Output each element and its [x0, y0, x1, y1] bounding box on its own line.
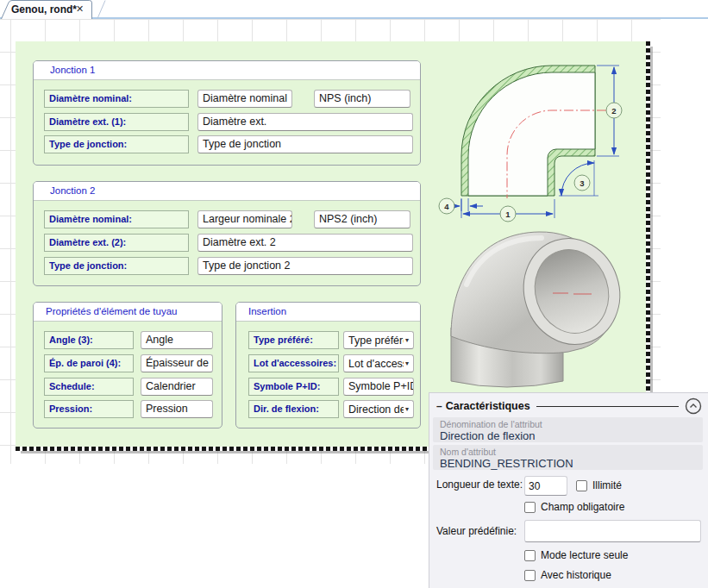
attribute-name-label: Nom d'attribut — [440, 447, 696, 457]
mode-lecture-seule-checkbox[interactable] — [524, 550, 536, 561]
champ-obligatoire-checkbox[interactable] — [524, 502, 536, 513]
dropdown-value: Lot d'accessoires — [348, 358, 404, 370]
dialog-form-canvas: Jonction 1 Diamètre nominal: Diamètre no… — [16, 41, 647, 447]
input-field[interactable]: Type de jonction — [197, 135, 413, 153]
predefined-value-input[interactable] — [524, 520, 701, 542]
field-label: Type préféré: — [248, 331, 339, 349]
chevron-up-icon — [685, 397, 702, 415]
dropdown-value: Direction de flexion — [348, 403, 404, 416]
input-field[interactable]: Largeur nominale 2 — [197, 210, 292, 228]
groupbox-jonction2: Jonction 2 Diamètre nominal: Largeur nom… — [33, 181, 421, 286]
callout-3: 3 — [580, 178, 584, 188]
field-label: Lot d'accessoires: — [248, 354, 339, 372]
callout-2: 2 — [611, 106, 616, 116]
field-label: Ép. de paroi (4): — [44, 354, 134, 372]
avec-historique-checkbox[interactable] — [524, 570, 536, 581]
illimite-checkbox[interactable] — [576, 480, 587, 491]
field-label: Schedule: — [44, 378, 134, 396]
attribute-denomination-label: Dénomination de l'attribut — [440, 419, 696, 429]
attribute-name-row: Nom d'attribut BENDING_RESTRICTION — [433, 445, 703, 470]
field-label: Diamètre nominal: — [44, 210, 189, 228]
field-label: Dir. de flexion: — [248, 400, 339, 418]
groupbox-title: Jonction 2 — [34, 182, 420, 201]
attribute-denomination-row: Dénomination de l'attribut Direction de … — [433, 417, 703, 442]
illimite-label: Illimité — [592, 479, 622, 491]
elbow-3d-render — [442, 224, 628, 388]
groupbox-insertion: Insertion Type préféré: Type préféré ▾ L… — [235, 302, 421, 428]
field-label: Angle (3): — [44, 331, 134, 349]
field-label: Symbole P+ID: — [248, 378, 339, 396]
field-label: Type de jonction: — [44, 135, 189, 153]
input-field[interactable]: Diamètre ext. — [197, 113, 413, 131]
form-shadow-right — [650, 47, 653, 451]
tab-title[interactable]: Genou, rond* — [11, 3, 77, 16]
input-field[interactable]: Symbole P+ID — [343, 378, 414, 396]
input-field[interactable]: Diamètre nominal — [197, 90, 292, 108]
panel-header-dash: – — [436, 400, 442, 412]
elbow-section-drawing: 1 2 3 4 — [435, 50, 642, 227]
chevron-down-icon[interactable]: ▾ — [404, 336, 409, 344]
field-label: Diamètre nominal: — [44, 90, 189, 108]
field-label: Diamètre ext. (1): — [44, 113, 189, 131]
tab-bar: Genou, rond* ✕ — [0, 0, 708, 19]
text-length-input[interactable] — [524, 476, 567, 496]
panel-header-rule — [536, 406, 679, 407]
callout-1: 1 — [505, 210, 511, 219]
input-field[interactable]: Épaisseur de paroi — [141, 354, 213, 372]
groupbox-title: Jonction 1 — [34, 61, 420, 80]
panel-header: – Caractéristiques — [436, 397, 702, 415]
input-field[interactable]: Calendrier — [141, 378, 213, 396]
field-label: Type de jonction: — [44, 257, 189, 275]
caracteristiques-panel: – Caractéristiques Dénomination de l'att… — [429, 392, 708, 588]
field-label: Diamètre ext. (2): — [44, 234, 189, 252]
panel-title: Caractéristiques — [446, 400, 530, 412]
callout-4: 4 — [444, 202, 449, 211]
input-field[interactable]: Angle — [141, 331, 213, 349]
dropdown-field[interactable]: Lot d'accessoires ▾ — [343, 354, 414, 372]
avec-historique-label: Avec historique — [541, 569, 611, 581]
input-field[interactable]: Type de jonction 2 — [197, 257, 413, 275]
groupbox-title: Propriétés d'élément de tuyau — [34, 303, 222, 322]
input-field[interactable]: Pression — [141, 400, 213, 418]
predefined-value-label: Valeur prédéfinie: — [436, 525, 517, 537]
chevron-down-icon[interactable]: ▾ — [404, 360, 409, 367]
field-label: Pression: — [44, 400, 134, 418]
dropdown-field[interactable]: Direction de flexion ▾ — [343, 400, 414, 418]
input-field[interactable]: NPS2 (inch) — [314, 210, 410, 228]
chevron-down-icon[interactable]: ▾ — [404, 405, 409, 413]
groupbox-jonction1: Jonction 1 Diamètre nominal: Diamètre no… — [33, 60, 421, 166]
text-length-label: Longueur de texte: — [436, 479, 523, 491]
attribute-name-value: BENDING_RESTRICTION — [440, 457, 696, 470]
attribute-denomination-value: Direction de flexion — [440, 429, 696, 442]
input-field[interactable]: Diamètre ext. 2 — [197, 234, 413, 252]
groupbox-title: Insertion — [236, 303, 420, 322]
champ-obligatoire-label: Champ obligatoire — [541, 501, 624, 513]
input-field[interactable]: NPS (inch) — [314, 90, 410, 108]
groupbox-proprietes-tuyau: Propriétés d'élément de tuyau Angle (3):… — [33, 302, 222, 428]
close-icon[interactable]: ✕ — [76, 3, 84, 15]
mode-lecture-seule-label: Mode lecture seule — [541, 549, 628, 561]
dropdown-field[interactable]: Type préféré ▾ — [343, 331, 414, 349]
dropdown-value: Type préféré — [348, 335, 404, 347]
collapse-button[interactable] — [685, 397, 702, 415]
